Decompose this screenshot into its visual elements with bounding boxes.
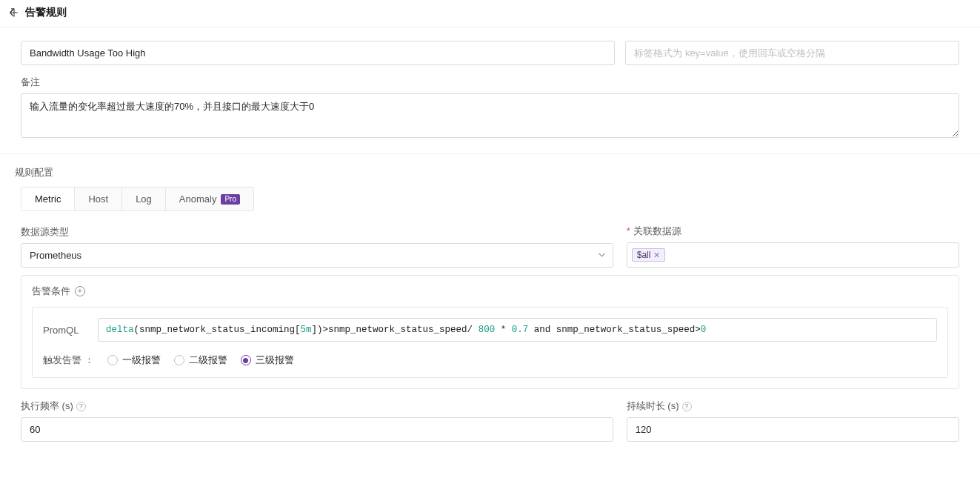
tab-log[interactable]: Log	[122, 188, 166, 210]
assoc-datasource-label: *关联数据源	[627, 225, 959, 238]
rule-config-section-title: 规则配置	[0, 154, 980, 187]
radio-level-3[interactable]: 三级报警	[241, 354, 294, 367]
tab-label: Host	[88, 193, 108, 205]
trigger-label: 触发告警 ：	[43, 354, 94, 367]
assoc-datasource-select[interactable]: $all ✕	[627, 242, 959, 268]
rule-name-input[interactable]	[21, 41, 615, 65]
datasource-type-value: Prometheus	[30, 250, 81, 261]
help-icon[interactable]: ?	[76, 402, 86, 411]
close-icon[interactable]: ✕	[653, 251, 660, 260]
alert-condition-title: 告警条件	[32, 285, 70, 298]
tab-anomaly[interactable]: Anomaly Pro	[166, 188, 253, 210]
datasource-type-select[interactable]: Prometheus	[21, 243, 613, 268]
rule-type-tabs: Metric Host Log Anomaly Pro	[21, 187, 254, 211]
radio-level-2[interactable]: 二级报警	[174, 354, 227, 367]
exec-freq-label: 执行频率 (s) ?	[21, 399, 613, 413]
datasource-tag-label: $all	[637, 250, 651, 260]
tab-label: Log	[136, 193, 152, 205]
exec-freq-input[interactable]	[21, 417, 613, 442]
radio-icon	[107, 355, 118, 365]
duration-input[interactable]	[627, 417, 959, 442]
tab-host[interactable]: Host	[75, 188, 122, 210]
radio-level-1[interactable]: 一级报警	[107, 354, 161, 367]
radio-icon	[174, 355, 184, 365]
promql-input[interactable]: delta(snmp_network_status_incoming[5m])>…	[98, 318, 937, 342]
pro-badge: Pro	[221, 194, 240, 205]
back-icon[interactable]	[9, 7, 19, 18]
radio-label: 二级报警	[189, 354, 227, 367]
tags-input[interactable]	[625, 41, 959, 65]
tab-metric[interactable]: Metric	[21, 188, 75, 210]
radio-label: 一级报警	[122, 354, 161, 367]
page-title: 告警规则	[25, 6, 67, 19]
remark-textarea[interactable]	[21, 93, 959, 138]
tab-label: Metric	[35, 193, 61, 205]
radio-label: 三级报警	[256, 354, 294, 367]
datasource-tag[interactable]: $all ✕	[632, 248, 666, 262]
promql-label: PromQL	[43, 325, 87, 336]
tab-label: Anomaly	[179, 193, 217, 205]
add-condition-icon[interactable]: +	[75, 286, 85, 296]
datasource-type-label: 数据源类型	[21, 225, 613, 239]
duration-label: 持续时长 (s) ?	[627, 399, 959, 413]
help-icon[interactable]: ?	[682, 402, 692, 411]
radio-icon	[241, 355, 251, 365]
remark-label: 备注	[21, 76, 959, 89]
